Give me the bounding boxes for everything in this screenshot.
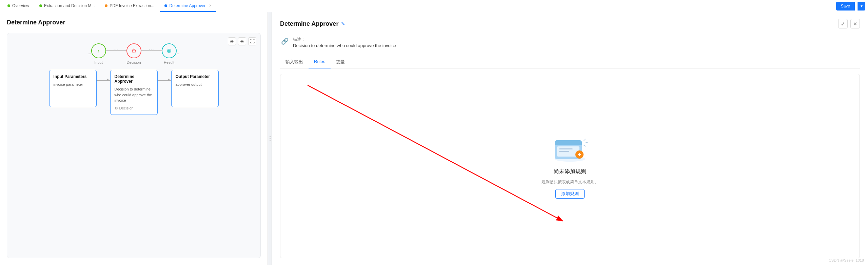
step-label-result: Result xyxy=(164,60,174,64)
left-panel: Determine Approver ⊕ ⊖ ⛶ xyxy=(0,12,268,265)
flow-diagram: › Input ··· ⚙ Decision xyxy=(7,33,260,125)
empty-state-subtitle: 规则是决策表或简单文本规则。 xyxy=(541,179,598,185)
flow-arrow-2 xyxy=(158,70,171,81)
step-label-input: Input xyxy=(94,60,102,64)
card-determine-approver[interactable]: Determine Approver Decision to determine… xyxy=(110,70,158,115)
tab-variables-label: 变量 xyxy=(336,59,345,64)
zoom-out-icon: ⊖ xyxy=(240,39,244,44)
tab-dot-extraction xyxy=(39,4,42,7)
divider-dot-3 xyxy=(270,140,271,141)
card-decision-icon-row: ⚙ Decision xyxy=(115,106,153,110)
right-panel-actions: ⤢ ✕ xyxy=(838,19,860,28)
empty-state-title: 尚未添加规则 xyxy=(554,168,586,175)
empty-state: + 尚未添加规则 规则是决策表或简单文本规则。 添加规则 xyxy=(541,134,598,199)
description-label: 描述： xyxy=(293,37,396,42)
tab-dot-overview xyxy=(7,4,10,7)
empty-state-illustration: + xyxy=(550,134,590,164)
decision-icon: ⚙ xyxy=(115,106,118,110)
add-rule-button[interactable]: 添加规则 xyxy=(555,189,585,199)
tab-close-approver[interactable]: ✕ xyxy=(209,4,212,7)
close-right-button[interactable]: ✕ xyxy=(850,19,860,28)
tab-rules-label: Rules xyxy=(314,59,325,64)
rules-content-area: + 尚未添加规则 规则是决策表或简单文本规则。 添加规则 xyxy=(280,74,860,258)
tab-io-label: 输入输出 xyxy=(285,59,303,64)
save-button[interactable]: Save xyxy=(836,2,855,11)
tab-approver[interactable]: Determine Approver ✕ xyxy=(160,0,216,12)
zoom-in-button[interactable]: ⊕ xyxy=(228,37,236,45)
close-right-icon: ✕ xyxy=(853,21,857,26)
tab-rules[interactable]: Rules xyxy=(309,56,331,68)
tab-invoice-label: PDF Invoice Extraction... xyxy=(110,3,154,8)
description-text: Decision to determine who could approve … xyxy=(293,43,396,48)
nav-tab-list: Overview Extraction and Decision M... PD… xyxy=(3,0,216,12)
svg-rect-8 xyxy=(559,151,569,152)
description-icon: 🔗 xyxy=(280,37,290,46)
description-content: 描述： Decision to determine who could appr… xyxy=(293,37,396,48)
divider-dot-1 xyxy=(270,136,271,137)
card-output-content: approver output xyxy=(176,82,214,87)
save-dropdown-button[interactable]: ▾ xyxy=(857,2,865,11)
expand-icon: ⛶ xyxy=(250,39,255,44)
top-navigation: Overview Extraction and Decision M... PD… xyxy=(0,0,868,12)
tab-invoice[interactable]: PDF Invoice Extraction... xyxy=(100,0,159,12)
main-layout: Determine Approver ⊕ ⊖ ⛶ xyxy=(0,12,868,265)
flow-cards: Input Parameters invoice parameter Deter… xyxy=(21,70,247,115)
watermark: CSDN @Seele_1018 xyxy=(829,258,864,262)
tab-io[interactable]: 输入输出 xyxy=(280,56,309,68)
tab-extraction[interactable]: Extraction and Decision M... xyxy=(35,0,99,12)
expand-button[interactable]: ⛶ xyxy=(248,37,256,45)
tab-extraction-label: Extraction and Decision M... xyxy=(44,3,95,8)
svg-rect-7 xyxy=(559,148,573,149)
zoom-controls: ⊕ ⊖ ⛶ xyxy=(228,37,256,45)
step-label-decision: Decision xyxy=(126,60,141,64)
svg-line-13 xyxy=(584,145,586,146)
right-panel-title: Determine Approver xyxy=(280,20,338,27)
zoom-out-button[interactable]: ⊖ xyxy=(238,37,246,45)
expand-right-button[interactable]: ⤢ xyxy=(838,19,848,28)
panel-divider[interactable] xyxy=(268,12,272,265)
card-input-parameters[interactable]: Input Parameters invoice parameter xyxy=(49,70,97,107)
card-output-parameter[interactable]: Output Parameter approver output xyxy=(171,70,219,107)
zoom-in-icon: ⊕ xyxy=(230,39,234,44)
card-decision-title: Determine Approver xyxy=(115,74,153,84)
left-panel-title: Determine Approver xyxy=(7,19,261,26)
top-nav-right: Save ▾ xyxy=(836,2,865,11)
node-result[interactable]: ⊚ xyxy=(162,43,177,58)
tab-dot-approver xyxy=(164,4,167,7)
svg-line-11 xyxy=(584,139,586,141)
decision-icon-label: Decision xyxy=(119,106,134,110)
svg-text:+: + xyxy=(578,151,581,157)
svg-line-1 xyxy=(308,85,563,221)
tab-overview-label: Overview xyxy=(12,3,29,8)
diagram-area: ⊕ ⊖ ⛶ › Input xyxy=(7,33,261,258)
svg-line-12 xyxy=(585,142,588,143)
right-panel-title-row: Determine Approver ✎ xyxy=(280,20,345,27)
edit-title-icon[interactable]: ✎ xyxy=(341,21,345,26)
divider-dot-2 xyxy=(270,138,271,139)
right-panel-tabs: 输入输出 Rules 变量 xyxy=(280,56,860,68)
right-panel: Determine Approver ✎ ⤢ ✕ 🔗 描述： Decision … xyxy=(272,12,868,265)
tab-variables[interactable]: 变量 xyxy=(331,56,350,68)
tab-approver-label: Determine Approver xyxy=(169,3,205,8)
tab-dot-invoice xyxy=(105,4,107,7)
flow-arrow-1 xyxy=(97,70,110,81)
card-input-title: Input Parameters xyxy=(54,74,92,79)
divider-dots xyxy=(270,136,271,141)
expand-right-icon: ⤢ xyxy=(841,21,845,26)
card-decision-content: Decision to determine who could approve … xyxy=(115,86,153,103)
tab-overview[interactable]: Overview xyxy=(3,0,34,12)
card-input-content: invoice parameter xyxy=(54,82,92,87)
card-output-title: Output Parameter xyxy=(176,74,214,79)
description-section: 🔗 描述： Decision to determine who could ap… xyxy=(280,34,860,51)
node-input[interactable]: › xyxy=(91,43,106,58)
right-panel-header: Determine Approver ✎ ⤢ ✕ xyxy=(280,19,860,28)
node-decision[interactable]: ⚙ xyxy=(126,43,141,58)
svg-rect-5 xyxy=(555,143,582,145)
